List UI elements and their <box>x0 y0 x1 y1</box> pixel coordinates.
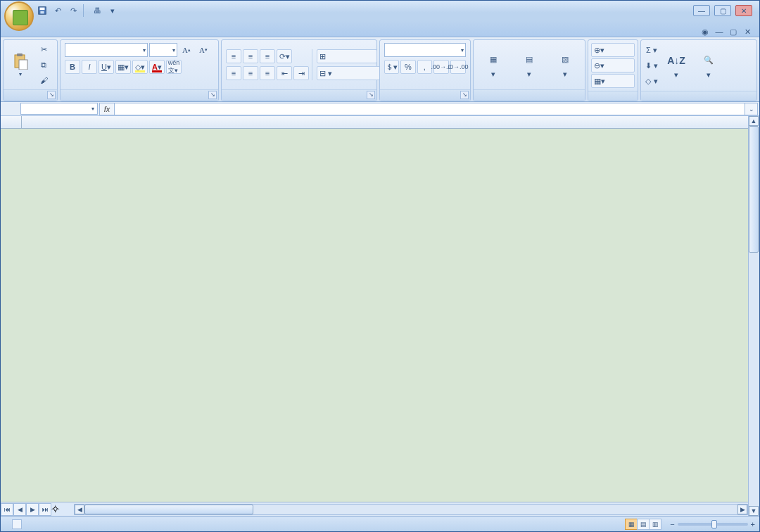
align-top-button[interactable]: ≡ <box>226 49 241 63</box>
select-all-button[interactable] <box>1 116 22 128</box>
align-center-button[interactable]: ≡ <box>243 66 258 80</box>
format-painter-button[interactable]: 🖌 <box>36 73 51 87</box>
border-button[interactable]: ▦▾ <box>115 60 131 74</box>
qat-dropdown-icon[interactable]: ▾ <box>106 4 119 17</box>
delete-cells-button[interactable]: ⊖ ▾ <box>591 58 635 72</box>
paste-icon <box>12 53 29 70</box>
fill-color-button[interactable]: ◇▾ <box>132 60 148 74</box>
align-right-button[interactable]: ≡ <box>260 66 275 80</box>
align-launcher[interactable]: ↘ <box>367 91 375 99</box>
vscroll-down-arrow[interactable]: ▼ <box>749 506 759 516</box>
maximize-button[interactable]: ▢ <box>714 5 731 16</box>
vscroll-thumb[interactable] <box>749 126 759 253</box>
comma-button[interactable]: , <box>417 60 432 74</box>
column-headers[interactable] <box>1 116 748 129</box>
status-bar: ▦ ▤ ▥ − + <box>1 516 759 531</box>
svg-rect-5 <box>19 60 27 70</box>
vscroll-up-arrow[interactable]: ▲ <box>749 116 759 126</box>
hscroll-right-arrow[interactable]: ▶ <box>737 505 747 514</box>
office-button[interactable] <box>4 1 34 31</box>
page-break-view-button[interactable]: ▥ <box>649 519 661 530</box>
titlebar: ↶ ↷ 🖶 ▾ — ▢ ✕ <box>1 1 759 20</box>
insert-cells-button[interactable]: ⊕ ▾ <box>591 43 635 57</box>
new-sheet-button[interactable]: ✧ <box>51 502 60 516</box>
table-format-icon: ▤ <box>521 51 538 68</box>
group-editing: Σ ▾ ⬇ ▾ ◇ ▾ A↓Z▾ 🔍▾ <box>640 39 757 101</box>
cell-grid[interactable] <box>1 129 748 502</box>
sheet-nav-prev[interactable]: ◀ <box>13 503 26 516</box>
group-styles: ▦▾ ▤▾ ▧▾ <box>473 39 585 101</box>
print-icon[interactable]: 🖶 <box>91 4 103 17</box>
normal-view-button[interactable]: ▦ <box>625 519 638 530</box>
doc-close-button[interactable]: ✕ <box>742 27 752 37</box>
horizontal-scrollbar[interactable]: ◀ ▶ <box>74 504 748 515</box>
doc-minimize-button[interactable]: — <box>714 27 724 37</box>
help-icon[interactable]: ◉ <box>700 27 710 37</box>
bold-button[interactable]: B <box>65 60 80 74</box>
cell-styles-button[interactable]: ▧▾ <box>549 42 582 87</box>
minimize-button[interactable]: — <box>693 5 710 16</box>
merge-center-button[interactable]: ⊟ ▾ <box>317 66 387 80</box>
shrink-font-button[interactable]: A▾ <box>196 43 211 57</box>
font-size-combo[interactable]: ▾ <box>149 43 177 57</box>
grow-font-button[interactable]: A▴ <box>179 43 194 57</box>
clipboard-launcher[interactable]: ↘ <box>47 91 56 99</box>
save-icon[interactable] <box>36 4 49 17</box>
hscroll-left-arrow[interactable]: ◀ <box>75 505 84 514</box>
cut-button[interactable]: ✂ <box>36 42 51 56</box>
fx-button[interactable]: fx <box>99 103 115 115</box>
zoom-slider[interactable] <box>678 523 748 526</box>
align-middle-button[interactable]: ≡ <box>243 49 258 63</box>
font-launcher[interactable]: ↘ <box>208 91 217 99</box>
clear-button[interactable]: ◇ ▾ <box>644 74 659 88</box>
align-left-button[interactable]: ≡ <box>226 66 241 80</box>
undo-icon[interactable]: ↶ <box>51 4 64 17</box>
ribbon: ▾ ✂ ⧉ 🖌 ↘ ▾ ▾ A▴ A▾ B I <box>1 37 759 102</box>
formula-expand-button[interactable]: ⌄ <box>745 103 758 115</box>
doc-restore-button[interactable]: ▢ <box>728 27 738 37</box>
sort-filter-button[interactable]: A↓Z▾ <box>661 43 692 88</box>
percent-button[interactable]: % <box>400 60 415 74</box>
wrap-text-button[interactable]: ⊞ <box>317 49 377 63</box>
indent-decrease-button[interactable]: ⇤ <box>277 66 292 80</box>
copy-button[interactable]: ⧉ <box>36 58 51 72</box>
font-color-button[interactable]: A▾ <box>149 60 165 74</box>
accounting-button[interactable]: ＄▾ <box>384 60 399 74</box>
number-launcher[interactable]: ↘ <box>460 91 469 99</box>
orientation-button[interactable]: ⟳▾ <box>277 49 292 63</box>
italic-button[interactable]: I <box>82 60 97 74</box>
phonetic-button[interactable]: wén文▾ <box>166 60 182 74</box>
indent-increase-button[interactable]: ⇥ <box>293 66 309 80</box>
increase-decimal-button[interactable]: .00→.0 <box>433 60 449 74</box>
format-as-table-button[interactable]: ▤▾ <box>511 42 547 87</box>
group-cells: ⊕ ▾ ⊖ ▾ ▦ ▾ <box>588 39 638 101</box>
find-select-button[interactable]: 🔍▾ <box>693 43 724 88</box>
macro-record-icon[interactable] <box>12 519 22 529</box>
zoom-in-button[interactable]: + <box>751 520 755 528</box>
group-number: ▾ ＄▾ % , .00→.0 .0→.00 ↘ <box>379 39 471 101</box>
formula-input[interactable] <box>115 103 745 115</box>
fill-button[interactable]: ⬇ ▾ <box>644 58 659 72</box>
autosum-button[interactable]: Σ ▾ <box>644 43 659 57</box>
align-bottom-button[interactable]: ≡ <box>260 49 275 63</box>
underline-button[interactable]: U▾ <box>99 60 114 74</box>
redo-icon[interactable]: ↷ <box>67 4 80 17</box>
sheet-nav-first[interactable]: ⏮ <box>1 503 13 516</box>
zoom-out-button[interactable]: − <box>670 520 674 528</box>
sheet-nav-next[interactable]: ▶ <box>26 503 39 516</box>
decrease-decimal-button[interactable]: .0→.00 <box>450 60 466 74</box>
page-layout-view-button[interactable]: ▤ <box>637 519 650 530</box>
svg-rect-4 <box>17 53 23 56</box>
format-cells-button[interactable]: ▦ ▾ <box>591 74 635 88</box>
conditional-format-button[interactable]: ▦▾ <box>476 42 509 87</box>
font-name-combo[interactable]: ▾ <box>65 43 148 57</box>
name-box[interactable]: ▾ <box>20 103 98 115</box>
close-button[interactable]: ✕ <box>735 5 752 16</box>
hscroll-thumb[interactable] <box>84 505 253 514</box>
cell-styles-icon: ▧ <box>557 51 574 68</box>
paste-button[interactable]: ▾ <box>6 42 34 87</box>
vertical-scrollbar[interactable]: ▲ ▼ <box>748 116 759 516</box>
sheet-nav-last[interactable]: ⏭ <box>39 503 51 516</box>
number-format-combo[interactable]: ▾ <box>384 43 466 57</box>
svg-rect-2 <box>40 11 44 14</box>
